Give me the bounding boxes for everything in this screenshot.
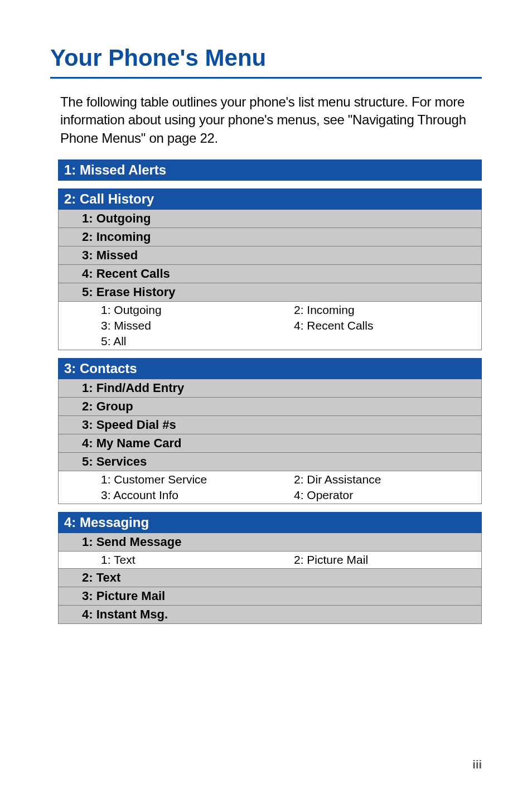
menu-section-call-history: 2: Call History 1: Outgoing 2: Incoming …: [58, 188, 482, 350]
leaf-item: 1: Text: [101, 553, 283, 567]
page-title: Your Phone's Menu: [50, 45, 482, 71]
submenu-item: 5: Services: [58, 453, 482, 471]
section-header: 1: Missed Alerts: [58, 159, 482, 181]
submenu-item: 4: My Name Card: [58, 434, 482, 453]
submenu-item: 1: Outgoing: [58, 210, 482, 228]
leaf-item: 5: All: [101, 335, 283, 348]
section-header: 3: Contacts: [58, 358, 482, 379]
submenu-item: 1: Send Message: [58, 533, 482, 552]
leaf-item: 3: Account Info: [101, 489, 283, 502]
submenu-item: 2: Text: [58, 569, 482, 587]
submenu-item: 4: Recent Calls: [58, 265, 482, 283]
submenu-item: 2: Group: [58, 398, 482, 416]
menu-section-messaging: 4: Messaging 1: Send Message 1: Text 2: …: [58, 512, 482, 624]
leaf-item: 4: Recent Calls: [294, 319, 476, 332]
section-header: 4: Messaging: [58, 512, 482, 533]
leaf-row: 1: Customer Service 2: Dir Assistance 3:…: [58, 471, 482, 504]
menu-section-missed-alerts: 1: Missed Alerts: [58, 159, 482, 181]
submenu-item: 3: Missed: [58, 246, 482, 265]
leaf-item: 1: Customer Service: [101, 473, 283, 486]
submenu-item: 4: Instant Msg.: [58, 606, 482, 624]
leaf-row: 1: Outgoing 2: Incoming 3: Missed 4: Rec…: [58, 302, 482, 350]
submenu-item: 3: Picture Mail: [58, 587, 482, 606]
page-number: iii: [472, 758, 482, 771]
title-rule: [50, 77, 482, 79]
menu-section-contacts: 3: Contacts 1: Find/Add Entry 2: Group 3…: [58, 358, 482, 504]
leaf-item: 3: Missed: [101, 319, 283, 332]
submenu-item: 3: Speed Dial #s: [58, 416, 482, 434]
submenu-item: 1: Find/Add Entry: [58, 379, 482, 398]
section-header: 2: Call History: [58, 188, 482, 210]
leaf-item: 2: Incoming: [294, 303, 476, 317]
leaf-item: 2: Dir Assistance: [294, 473, 476, 486]
leaf-item: 2: Picture Mail: [294, 553, 476, 567]
leaf-item: 4: Operator: [294, 489, 476, 502]
leaf-item: 1: Outgoing: [101, 303, 283, 317]
leaf-row: 1: Text 2: Picture Mail: [58, 552, 482, 569]
intro-paragraph: The following table outlines your phone'…: [60, 93, 482, 147]
submenu-item: 2: Incoming: [58, 228, 482, 246]
submenu-item: 5: Erase History: [58, 283, 482, 302]
